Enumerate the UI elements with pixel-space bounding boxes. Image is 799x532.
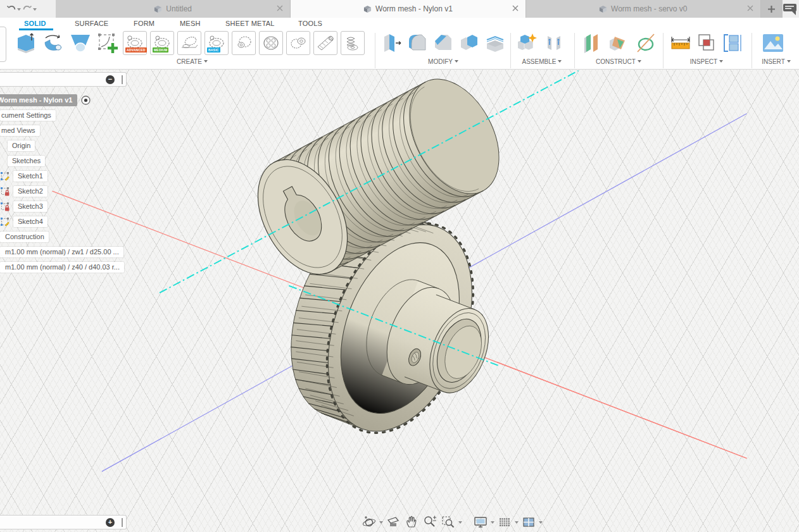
activate-component-radio-icon[interactable] [80,95,91,106]
doc-tab-title: Worm mesh - servo v0 [611,4,687,13]
window-zoom-caret-icon[interactable] [458,521,462,526]
close-tab-icon[interactable] [746,4,754,12]
browser-grip-handle[interactable] [122,75,123,84]
press-pull-button[interactable] [380,31,403,55]
browser-header-bar[interactable]: − [0,72,127,87]
document-cube-icon [363,5,372,13]
window-zoom-button[interactable] [440,514,456,530]
expand-timeline-icon[interactable]: + [106,518,115,527]
insert-image-button[interactable] [761,31,785,55]
group-label-inspect[interactable]: INSPECT [669,58,744,65]
window-zoom-icon [441,515,455,529]
display-caret-icon[interactable] [491,521,494,526]
wheel-script-button[interactable] [259,31,283,55]
browser-item-sketch1[interactable]: Sketch1 [0,168,124,183]
zoom-button[interactable] [422,514,438,530]
doc-tab-untitled[interactable]: Untitled [56,0,291,18]
new-component-button[interactable] [515,31,539,55]
browser-root-row[interactable]: Worm mesh - Nylon v1 [0,92,124,108]
undo-icon [6,4,16,13]
tab-sheet-metal[interactable]: SHEET METAL [225,20,275,27]
axis-icon [634,32,657,54]
gear-script-advanced-button[interactable]: ADVANCED [123,31,147,55]
timeline-bar[interactable]: + [0,515,127,529]
revolve-button[interactable] [41,31,65,55]
group-label-construct[interactable]: CONSTRUCT [579,58,658,65]
chamfer-button[interactable] [432,31,455,55]
fillet-button[interactable] [406,31,429,55]
gear-script-medium-button[interactable]: MEDIUM [150,31,174,55]
close-tab-icon[interactable] [276,4,284,12]
undo-caret-icon[interactable] [17,8,21,13]
plane-at-angle-button[interactable] [607,31,631,55]
orbit-caret-icon[interactable] [379,521,383,526]
doc-tab-worm-mesh-servo[interactable]: Worm mesh - servo v0 [526,0,761,18]
browser-item-named-views[interactable]: med Views [0,123,124,138]
pan-button[interactable] [403,514,420,530]
group-modify: MODIFY [380,30,506,70]
redo-caret-icon[interactable] [33,8,37,13]
stepped-gear-icon [289,35,308,51]
comments-button[interactable] [783,0,799,18]
browser-item-gear1[interactable]: m1.00 mm (normal) / zw1 / d25.00 ... [0,244,124,259]
stepped-gear-script-button[interactable] [286,31,310,55]
browser-item-origin[interactable]: Origin [8,138,124,153]
timeline-grip-handle[interactable] [122,518,123,527]
browser-item-gear2[interactable]: m1.00 mm (normal) / z40 / d40.03 r... [0,259,124,275]
redo-button[interactable] [22,4,37,13]
browser-item-sketch3[interactable]: Sketch3 [0,199,124,214]
browser-item-construction[interactable]: Construction [0,229,124,244]
shell-button[interactable] [484,31,506,55]
comments-icon [783,2,798,16]
viewports-button[interactable] [520,514,537,530]
quick-access-toolbar [0,0,56,18]
root-component-name[interactable]: Worm mesh - Nylon v1 [0,94,77,106]
worm-gear-script-button[interactable] [177,31,201,55]
display-settings-button[interactable] [472,514,489,530]
loft-button[interactable] [68,31,92,55]
extrude-button[interactable] [14,31,38,55]
tab-solid[interactable]: SOLID [24,20,46,27]
offset-plane-button[interactable] [579,31,603,55]
tab-surface[interactable]: SURFACE [75,20,108,27]
group-label-assemble[interactable]: ASSEMBLE [515,58,569,65]
tab-form[interactable]: FORM [134,20,154,27]
browser-item-sketch4[interactable]: Sketch4 [0,214,124,229]
viewports-caret-icon[interactable] [539,521,543,526]
gear-shaft-script-button[interactable] [232,31,256,55]
orbit-button[interactable] [361,514,377,530]
browser-item-sketch2[interactable]: Sketch2 [0,183,124,199]
joint-button[interactable] [542,31,566,55]
group-label-modify[interactable]: MODIFY [380,58,506,65]
close-tab-icon[interactable] [512,4,519,12]
collapse-browser-icon[interactable]: − [106,75,115,84]
combine-button[interactable] [458,31,481,55]
grid-caret-icon[interactable] [515,521,519,526]
grid-settings-icon [498,515,512,529]
group-label-create[interactable]: CREATE [14,58,370,65]
browser-item-document-settings[interactable]: cument Settings [0,108,124,123]
viewport-3d[interactable]: − Worm mesh - Nylon v1 cument Settings m… [0,70,799,532]
tab-tools[interactable]: TOOLS [298,20,322,27]
interference-button[interactable] [695,31,718,55]
grid-settings-button[interactable] [496,514,513,530]
new-tab-button[interactable] [761,0,783,18]
look-at-button[interactable] [385,514,401,530]
doc-tab-worm-mesh-nylon[interactable]: Worm mesh - Nylon v1 [291,0,525,18]
coil-worm-script-button[interactable] [341,31,365,55]
revolve-icon [42,32,65,54]
group-label-insert[interactable]: INSERT [761,58,791,65]
measure-button[interactable] [669,31,692,55]
group-separator [574,33,575,68]
undo-button[interactable] [6,4,21,13]
create-sketch-button[interactable] [96,31,120,55]
document-cube-icon [154,5,162,13]
browser-item-sketches[interactable]: Sketches [8,153,124,168]
gear-script-basic-button[interactable]: BASIC [204,31,229,55]
knurled-rod-script-button[interactable] [313,31,337,55]
tab-mesh[interactable]: MESH [180,20,201,27]
section-analysis-button[interactable] [721,31,744,55]
axis-button[interactable] [634,31,658,55]
shell-icon [484,32,506,54]
assemble-caret-icon [558,60,562,65]
